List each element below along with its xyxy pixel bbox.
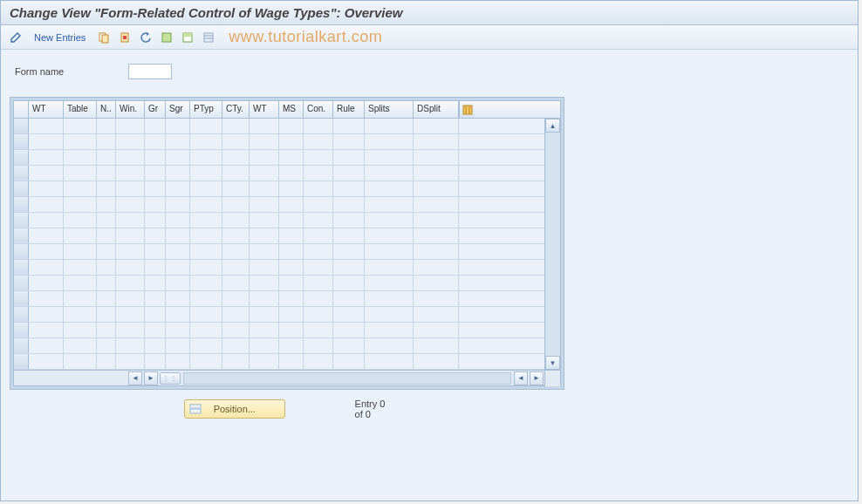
grid-cell[interactable]: [64, 291, 97, 306]
grid-cell[interactable]: [64, 354, 97, 369]
grid-cell[interactable]: [279, 323, 304, 337]
grid-cell[interactable]: [365, 260, 414, 275]
grid-cell[interactable]: [166, 197, 190, 212]
grid-cell[interactable]: [97, 323, 116, 337]
grid-cell[interactable]: [279, 307, 304, 322]
row-selector[interactable]: [14, 291, 29, 306]
grid-cell[interactable]: [279, 244, 304, 259]
col-rule[interactable]: Rule: [333, 101, 365, 118]
col-table[interactable]: Table: [64, 101, 97, 118]
grid-cell[interactable]: [222, 134, 250, 149]
grid-cell[interactable]: [333, 260, 365, 275]
grid-cell[interactable]: [64, 166, 97, 180]
grid-cell[interactable]: [166, 150, 190, 165]
grid-cell[interactable]: [166, 260, 190, 275]
grid-cell[interactable]: [304, 213, 333, 228]
grid-cell[interactable]: [414, 276, 459, 290]
grid-cell[interactable]: [64, 134, 97, 149]
grid-cell[interactable]: [222, 338, 250, 353]
grid-cell[interactable]: [145, 228, 166, 243]
col-ptyp[interactable]: PTyp: [190, 101, 222, 118]
grid-cell[interactable]: [145, 276, 166, 290]
new-entries-button[interactable]: New Entries: [27, 32, 92, 43]
grid-cell[interactable]: [190, 119, 222, 133]
col-win[interactable]: Win.: [116, 101, 145, 118]
grid-cell[interactable]: [116, 150, 145, 165]
grid-cell[interactable]: [29, 213, 64, 228]
grid-cell[interactable]: [333, 197, 365, 212]
grid-cell[interactable]: [190, 307, 222, 322]
scroll-left-end-button[interactable]: ◄: [514, 371, 528, 385]
scroll-right-button[interactable]: ►: [144, 371, 158, 385]
grid-cell[interactable]: [222, 244, 250, 259]
grid-cell[interactable]: [222, 181, 250, 196]
grid-cell[interactable]: [304, 338, 333, 353]
grid-cell[interactable]: [333, 307, 365, 322]
grid-cell[interactable]: [190, 260, 222, 275]
grid-cell[interactable]: [116, 244, 145, 259]
grid-cell[interactable]: [190, 228, 222, 243]
grid-cell[interactable]: [222, 213, 250, 228]
grid-cell[interactable]: [116, 181, 145, 196]
grid-cell[interactable]: [279, 119, 304, 133]
grid-cell[interactable]: [304, 307, 333, 322]
grid-cell[interactable]: [166, 291, 190, 306]
grid-cell[interactable]: [29, 197, 64, 212]
grid-cell[interactable]: [222, 228, 250, 243]
grid-cell[interactable]: [64, 338, 97, 353]
grid-cell[interactable]: [222, 291, 250, 306]
scroll-up-button[interactable]: ▲: [545, 119, 560, 133]
grid-cell[interactable]: [97, 181, 116, 196]
grid-cell[interactable]: [414, 323, 459, 337]
grid-cell[interactable]: [414, 291, 459, 306]
grid-cell[interactable]: [190, 213, 222, 228]
grid-cell[interactable]: [414, 181, 459, 196]
toggle-edit-button[interactable]: [6, 29, 25, 46]
col-sgr[interactable]: Sgr: [166, 101, 190, 118]
hscroll-thumb[interactable]: ⋮⋮: [160, 372, 181, 385]
grid-cell[interactable]: [116, 228, 145, 243]
grid-cell[interactable]: [166, 181, 190, 196]
grid-cell[interactable]: [304, 228, 333, 243]
grid-cell[interactable]: [304, 323, 333, 337]
grid-cell[interactable]: [116, 307, 145, 322]
row-selector[interactable]: [14, 197, 29, 212]
grid-cell[interactable]: [97, 276, 116, 290]
grid-cell[interactable]: [304, 150, 333, 165]
grid-cell[interactable]: [190, 338, 222, 353]
grid-cell[interactable]: [333, 181, 365, 196]
grid-cell[interactable]: [365, 119, 414, 133]
grid-cell[interactable]: [333, 244, 365, 259]
grid-cell[interactable]: [304, 134, 333, 149]
grid-cell[interactable]: [116, 119, 145, 133]
grid-cell[interactable]: [145, 338, 166, 353]
grid-cell[interactable]: [279, 166, 304, 180]
grid-cell[interactable]: [414, 307, 459, 322]
grid-cell[interactable]: [29, 354, 64, 369]
grid-cell[interactable]: [145, 119, 166, 133]
grid-cell[interactable]: [304, 354, 333, 369]
grid-cell[interactable]: [145, 197, 166, 212]
grid-cell[interactable]: [29, 244, 64, 259]
grid-cell[interactable]: [166, 119, 190, 133]
grid-cell[interactable]: [333, 323, 365, 337]
col-ms[interactable]: MS: [279, 101, 304, 118]
grid-cell[interactable]: [333, 213, 365, 228]
grid-cell[interactable]: [365, 338, 414, 353]
grid-cell[interactable]: [145, 213, 166, 228]
grid-cell[interactable]: [166, 307, 190, 322]
grid-cell[interactable]: [145, 354, 166, 369]
scroll-right-end-button[interactable]: ►: [530, 371, 544, 385]
grid-cell[interactable]: [250, 323, 279, 337]
grid-cell[interactable]: [145, 323, 166, 337]
copy-as-button[interactable]: [94, 29, 113, 46]
grid-cell[interactable]: [64, 150, 97, 165]
grid-cell[interactable]: [333, 291, 365, 306]
grid-cell[interactable]: [414, 260, 459, 275]
undo-button[interactable]: [136, 29, 155, 46]
grid-cell[interactable]: [333, 166, 365, 180]
grid-cell[interactable]: [365, 166, 414, 180]
select-block-button[interactable]: [178, 29, 197, 46]
grid-cell[interactable]: [414, 166, 459, 180]
deselect-all-button[interactable]: [199, 29, 218, 46]
